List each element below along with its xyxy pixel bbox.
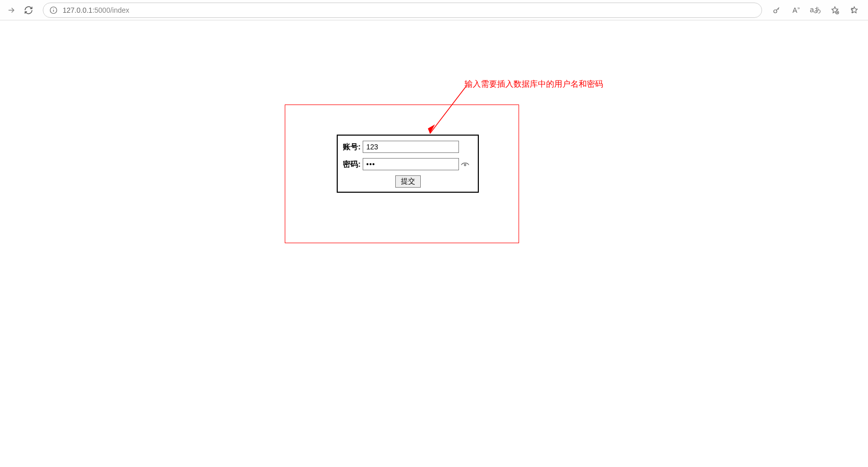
- page-content: 输入需要插入数据库中的用户名和密码 账号: 密码:: [0, 20, 868, 467]
- url-bar[interactable]: 127.0.0.1:5000/index: [43, 3, 762, 18]
- submit-button[interactable]: 提交: [395, 175, 421, 188]
- forward-button[interactable]: [4, 3, 18, 17]
- toolbar-right-icons: A» aあ: [769, 3, 864, 18]
- info-icon: [49, 6, 58, 14]
- password-label: 密码:: [343, 160, 361, 169]
- account-label: 账号:: [343, 142, 361, 152]
- svg-point-12: [464, 164, 466, 166]
- password-key-icon[interactable]: [769, 3, 784, 18]
- read-aloud-icon[interactable]: A»: [789, 3, 804, 18]
- refresh-button[interactable]: [21, 3, 36, 17]
- password-input[interactable]: [363, 158, 459, 170]
- translate-icon[interactable]: aあ: [808, 3, 823, 18]
- account-input[interactable]: [363, 141, 459, 153]
- collections-icon[interactable]: [847, 3, 862, 18]
- browser-toolbar: 127.0.0.1:5000/index A» aあ: [0, 0, 868, 20]
- svg-point-2: [53, 8, 53, 8]
- url-text: 127.0.0.1:5000/index: [63, 6, 129, 14]
- account-row: 账号:: [343, 141, 473, 153]
- login-form: 账号: 密码: 提交: [337, 135, 479, 193]
- submit-row: 提交: [343, 175, 473, 188]
- show-password-icon[interactable]: [460, 161, 470, 168]
- annotation-text: 输入需要插入数据库中的用户名和密码: [465, 79, 603, 90]
- password-row: 密码:: [343, 158, 473, 170]
- favorites-add-icon[interactable]: [827, 3, 843, 18]
- svg-point-3: [774, 10, 777, 13]
